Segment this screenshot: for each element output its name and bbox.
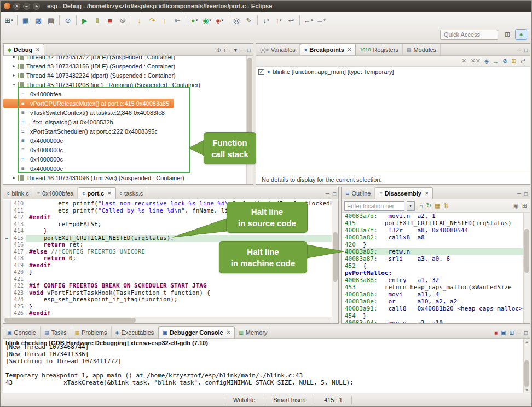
maximize-icon[interactable]: □	[524, 330, 528, 336]
debug-scrollbar[interactable]	[246, 56, 253, 184]
minimize-icon[interactable]: ─	[240, 47, 244, 53]
disassembly-line[interactable]: 415 portEXIT_CRITICAL_NESTED(irqStatus)	[345, 220, 530, 227]
tab-console[interactable]: ▣Console	[3, 326, 41, 338]
display-selected-console-icon[interactable]: ▣	[501, 330, 506, 336]
thread-row[interactable]: ▸Thread #3 1073433156 (IDLE) (Suspended …	[3, 61, 253, 71]
external-tools-button[interactable]: ◈▾	[213, 14, 225, 27]
scrollbar-thumb[interactable]	[524, 360, 529, 387]
pin-view-icon[interactable]: ◉	[513, 202, 519, 209]
skip-all-breakpoints-button[interactable]: ⊘	[62, 14, 74, 27]
disassembly-line[interactable]: 40083a82: callx8 a8	[345, 234, 530, 241]
thread-row[interactable]: ▾Thread #5 1073410208 (ipc1 : Running) (…	[3, 80, 253, 89]
view-menu-icon[interactable]: ▾	[234, 47, 237, 53]
maximize-icon[interactable]: □	[524, 191, 528, 197]
disassembly-line[interactable]: pvPortMalloc:	[345, 270, 530, 277]
tab-tasks-c[interactable]: ctasks.c	[116, 187, 148, 199]
tab-executables[interactable]: ◈Executables	[112, 326, 159, 338]
open-console-icon[interactable]: ⊞	[509, 330, 513, 336]
tab-variables[interactable]: (x)=Variables	[256, 44, 300, 55]
tab-modules[interactable]: ▤Modules	[403, 44, 441, 55]
print-button[interactable]: ▤	[45, 14, 57, 27]
resume-button[interactable]: ▶	[79, 14, 91, 27]
disassembly-line[interactable]: 40083a91: call8 0x40081b20 <heap_caps_ma…	[345, 305, 530, 312]
tab-tasks[interactable]: ▤Tasks	[41, 326, 71, 338]
collapsed-arrow-icon[interactable]: ▸	[11, 175, 17, 180]
maximize-window-button[interactable]: +	[33, 3, 40, 10]
stack-frame[interactable]: ≡0x4000000c	[3, 164, 253, 173]
suspend-button[interactable]: ‖	[91, 14, 103, 27]
disassembly-line[interactable]: 40083a8b: movi a11, 4	[345, 291, 530, 298]
scrollbar-thumb[interactable]	[524, 229, 529, 273]
maximize-icon[interactable]: □	[333, 191, 336, 197]
step-into-button[interactable]: ↓	[134, 14, 146, 27]
back-button[interactable]: ←▾	[302, 14, 314, 27]
disassembly-line[interactable]: 40083a87: srli a3, a0, 6	[345, 255, 530, 262]
go-to-file-for-breakpoint-icon[interactable]: →	[493, 58, 499, 65]
close-tab-icon[interactable]: ✕	[36, 47, 40, 53]
disassembly-scrollbar[interactable]	[523, 213, 530, 323]
instruction-stepping-mode-icon[interactable]: i→	[224, 47, 231, 53]
step-return-button[interactable]: ↑	[159, 14, 171, 27]
save-button[interactable]: ▦	[20, 14, 32, 27]
disassembly-line[interactable]: 452 {	[345, 262, 530, 270]
close-tab-icon[interactable]: ✕	[425, 191, 429, 196]
location-dropdown-icon[interactable]: ▾	[407, 201, 415, 211]
maximize-icon[interactable]: □	[524, 47, 528, 53]
sync-selection-icon[interactable]: ⇅	[443, 202, 448, 209]
debug-button[interactable]: ●▾	[188, 14, 200, 27]
close-window-button[interactable]: ✕	[13, 3, 20, 10]
close-tab-icon[interactable]: ✕	[107, 191, 112, 196]
debug-perspective-button[interactable]: ●	[515, 29, 527, 40]
tab-breakpoints[interactable]: ●Breakpoints✕	[300, 44, 356, 55]
stack-frame[interactable]: ≡0x4000bfea	[3, 89, 253, 99]
tab-registers[interactable]: 1010Registers	[356, 44, 403, 55]
expanded-arrow-icon[interactable]: ▾	[11, 82, 17, 87]
disassembly-line[interactable]: 454 }	[345, 312, 530, 319]
disassembly-line[interactable]: 40083a7d: movi.n a2, 1	[345, 213, 530, 220]
tab-disassembly[interactable]: ≡Disassembly✕	[375, 187, 433, 199]
collapsed-arrow-icon[interactable]: ▸	[11, 64, 17, 68]
scrollbar-thumb[interactable]	[4, 318, 136, 323]
code-line[interactable]: 425}	[3, 303, 338, 311]
tab-blink-c[interactable]: cblink.c	[3, 187, 33, 199]
tab-0x4000bfea[interactable]: ≡0x4000bfea	[33, 187, 78, 199]
tab-port-c[interactable]: cport.c✕	[78, 187, 115, 199]
collapsed-arrow-icon[interactable]: ▸	[11, 73, 17, 78]
console-scrollbar[interactable]: ▲ ▼	[523, 339, 530, 393]
link-with-debug-view-icon[interactable]: ⇄	[521, 58, 525, 65]
tab-debugger-console[interactable]: ▣Debugger Console✕	[158, 326, 235, 338]
minimize-icon[interactable]: ─	[517, 47, 521, 53]
skip-all-breakpoints-icon[interactable]: ⊘	[502, 58, 507, 65]
collapsed-arrow-icon[interactable]: ▸	[11, 56, 17, 59]
minimize-window-button[interactable]: −	[23, 3, 30, 10]
tab-problems[interactable]: ▦Problems	[71, 326, 112, 338]
run-button[interactable]: ◉▾	[201, 14, 213, 27]
show-breakpoints-supported-icon[interactable]: ◈	[484, 58, 489, 65]
disassembly-line[interactable]: 453 return heap_caps_malloc(xWantedSize	[345, 284, 530, 291]
step-over-button[interactable]: ↷	[146, 14, 158, 27]
stack-frame[interactable]: ≡vPortCPUReleaseMutex() at port.c:415 0x…	[3, 99, 174, 108]
code-line[interactable]: 423void vPortFirstTaskHook(TaskFunction_…	[3, 290, 338, 297]
breakpoint-item[interactable]: ✓ ● blink.c [function: app_main] [type: …	[256, 67, 530, 77]
code-line[interactable]: 421	[3, 276, 338, 283]
disassembly-line[interactable]: 420 }	[345, 241, 530, 248]
tab-debug[interactable]: ◆ Debug ✕	[3, 44, 44, 55]
quick-access-box[interactable]: Quick Access	[440, 30, 498, 40]
stack-frame[interactable]: ≡vTaskSwitchContext() at tasks.c:2,846 0…	[3, 108, 253, 117]
location-input[interactable]: Enter location her	[344, 201, 404, 211]
terminate-button[interactable]: ■	[104, 14, 116, 27]
view-filters-icon[interactable]: ⊕	[216, 47, 221, 53]
thread-row[interactable]: ▸Thread #2 1073431372 (IDLE) (Suspended …	[3, 56, 253, 61]
scrollbar-thumb[interactable]	[247, 58, 252, 140]
tab-memory[interactable]: ▥Memory	[235, 326, 271, 338]
remove-all-breakpoints-icon[interactable]: ✕✕	[470, 58, 480, 65]
new-button[interactable]: ⊞▾	[3, 14, 15, 27]
expand-all-icon[interactable]: ⊞	[512, 58, 517, 65]
minimize-icon[interactable]: ─	[517, 330, 521, 336]
scrollbar-thumb[interactable]	[333, 232, 338, 282]
thread-row[interactable]: ▸Thread #6 1073431096 (Tmr Svc) (Suspend…	[3, 173, 253, 182]
disassembly-line[interactable]: 40083a88: entry a1, 32	[345, 277, 530, 284]
titlebar[interactable]: ✕ − + esp - Debug - /home/krzysztof/esp/…	[1, 1, 531, 12]
mark-occurrences-button[interactable]: ✎	[243, 14, 255, 27]
disassembly-line[interactable]: 40083a8e: or a10, a2, a2	[345, 298, 530, 305]
